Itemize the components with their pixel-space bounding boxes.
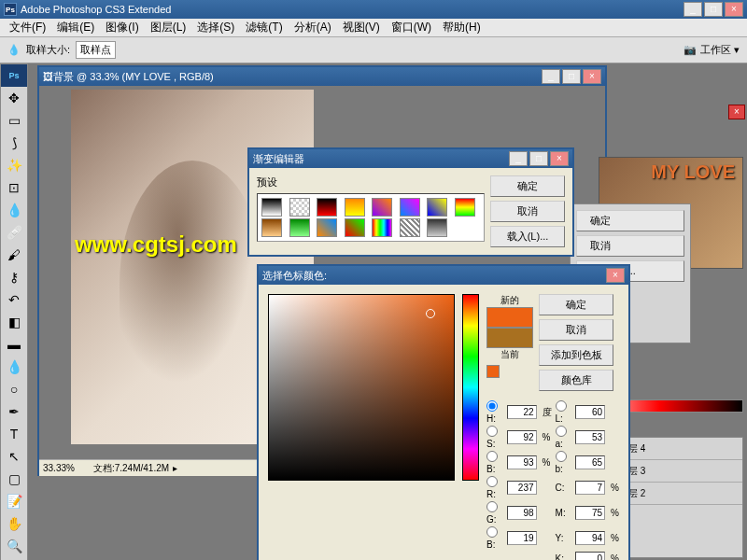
ge-maximize-button[interactable]: □ [529,151,548,166]
cp-add-swatch-button[interactable]: 添加到色板 [539,344,613,366]
doc-minimize-button[interactable]: _ [542,69,560,84]
preset-swatch[interactable] [317,198,337,217]
preset-swatch[interactable] [345,218,365,237]
cp-cancel-button[interactable]: 取消 [539,319,613,341]
b-lab-radio[interactable] [556,451,567,462]
b-hsb-radio[interactable] [486,451,498,462]
g-radio[interactable] [486,501,498,512]
preset-swatch[interactable] [261,198,282,217]
b-rgb-radio-label[interactable]: B: [486,526,503,550]
menu-analysis[interactable]: 分析(A) [289,18,337,37]
color-field[interactable] [268,294,455,481]
eyedropper-tool[interactable]: 💧 [1,199,27,221]
a-input[interactable] [575,430,605,444]
b-rgb-input[interactable] [507,531,537,545]
mylove-close-button[interactable]: × [728,105,745,119]
preset-swatch[interactable] [289,218,310,237]
menu-view[interactable]: 视图(V) [337,18,386,37]
cp-ok-button[interactable]: 确定 [539,294,613,315]
healing-tool[interactable]: 🩹 [1,221,27,244]
stamp-tool[interactable]: ⚷ [1,266,27,288]
hand-tool[interactable]: ✋ [1,512,27,535]
menu-layer[interactable]: 图层(L) [145,18,192,37]
b-lab-radio-label[interactable]: b: [556,451,572,474]
preset-swatch[interactable] [289,198,310,217]
r-radio-label[interactable]: R: [486,476,503,499]
cp-libraries-button[interactable]: 颜色库 [539,370,613,391]
shape-tool[interactable]: ▢ [1,468,27,490]
menu-select[interactable]: 选择(S) [191,18,240,37]
preset-swatch[interactable] [261,218,282,237]
b-hsb-input[interactable] [507,455,537,469]
ge-load-button[interactable]: 载入(L)... [490,226,565,247]
color-field-marker[interactable] [426,309,435,318]
history-brush-tool[interactable]: ↶ [1,288,27,311]
preset-swatch[interactable] [427,198,447,217]
g-radio-label[interactable]: G: [486,501,503,525]
menu-window[interactable]: 窗口(W) [386,18,437,37]
type-tool[interactable]: T [1,423,27,445]
a-radio[interactable] [556,426,567,437]
warning-swatch[interactable] [486,365,500,378]
notes-tool[interactable]: 📝 [1,490,27,512]
doc-maximize-button[interactable]: □ [562,69,581,84]
preset-swatch[interactable] [427,218,447,237]
magic-wand-tool[interactable]: ✨ [1,154,27,176]
lasso-tool[interactable]: ⟆ [1,132,27,154]
l-radio[interactable] [556,400,567,412]
y-input[interactable] [575,531,605,545]
k-input[interactable] [575,552,605,560]
brush-tool[interactable]: 🖌 [1,244,27,266]
menu-image[interactable]: 图像(I) [100,18,144,37]
status-arrow-icon[interactable]: ▸ [173,463,177,473]
r-input[interactable] [507,481,537,495]
ls-cancel-button[interactable]: 取消 [576,235,684,257]
preset-swatch[interactable] [400,198,420,217]
menu-filter[interactable]: 滤镜(T) [240,18,288,37]
g-input[interactable] [507,506,537,520]
c-input[interactable] [575,481,605,495]
zoom-level[interactable]: 33.33% [43,463,75,473]
preset-swatch[interactable] [372,218,392,237]
marquee-tool[interactable]: ▭ [1,109,27,132]
menu-help[interactable]: 帮助(H) [437,18,486,37]
sample-size-select[interactable]: 取样点 [76,41,116,59]
r-radio[interactable] [486,476,498,487]
preset-swatch[interactable] [372,198,392,217]
eraser-tool[interactable]: ◧ [1,311,27,333]
preset-swatch[interactable] [345,198,365,217]
close-button[interactable]: × [725,2,743,17]
path-tool[interactable]: ↖ [1,445,27,468]
current-color-swatch[interactable] [486,328,533,348]
crop-tool[interactable]: ⊡ [1,176,27,199]
blur-tool[interactable]: 💧 [1,356,27,378]
h-radio-label[interactable]: H: [486,400,503,424]
maximize-button[interactable]: □ [704,2,723,17]
gradient-tool[interactable]: ▬ [1,333,27,356]
b-hsb-radio-label[interactable]: B: [486,451,503,474]
preset-swatch[interactable] [400,218,420,237]
ge-minimize-button[interactable]: _ [509,151,528,166]
s-input[interactable] [507,430,537,444]
l-input[interactable] [575,405,605,419]
menu-file[interactable]: 文件(F) [4,18,51,37]
b-rgb-radio[interactable] [486,526,498,538]
hue-slider[interactable] [462,294,479,481]
cp-close-button[interactable]: × [606,268,625,283]
ge-ok-button[interactable]: 确定 [490,175,565,197]
pen-tool[interactable]: ✒ [1,400,27,423]
menu-edit[interactable]: 编辑(E) [51,18,100,37]
dodge-tool[interactable]: ○ [1,378,27,400]
doc-close-button[interactable]: × [583,69,601,84]
m-input[interactable] [575,506,605,520]
preset-swatch[interactable] [455,198,475,217]
s-radio[interactable] [486,426,498,437]
s-radio-label[interactable]: S: [486,426,503,449]
l-radio-label[interactable]: L: [556,400,572,424]
a-radio-label[interactable]: a: [556,426,572,449]
workspace-switcher[interactable]: 📷 工作区 ▾ [684,43,740,57]
zoom-tool[interactable]: 🔍 [1,535,27,557]
h-radio[interactable] [486,400,498,412]
preset-swatch[interactable] [317,218,337,237]
move-tool[interactable]: ✥ [1,87,27,109]
